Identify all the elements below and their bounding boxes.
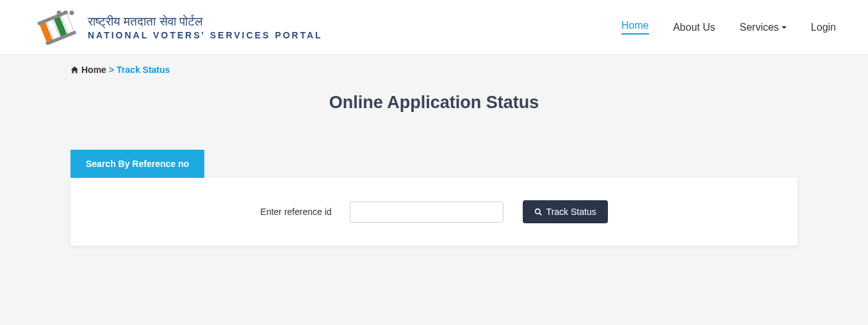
logo-english-text: NATIONAL VOTERS' SERVICES PORTAL — [88, 30, 323, 40]
form-row: Enter reference id Track Status — [90, 200, 778, 223]
track-status-button[interactable]: Track Status — [523, 200, 608, 223]
nav-services-label: Services — [739, 22, 778, 33]
nav-about[interactable]: About Us — [673, 22, 716, 33]
chevron-down-icon — [782, 26, 787, 29]
nav-login[interactable]: Login — [811, 22, 836, 33]
home-icon — [70, 66, 79, 74]
tabs: Search By Reference no Enter reference i… — [70, 150, 798, 246]
svg-line-10 — [539, 213, 541, 215]
track-status-button-label: Track Status — [546, 207, 596, 217]
logo-text: राष्ट्रीय मतदाता सेवा पोर्टल NATIONAL VO… — [88, 15, 323, 40]
search-icon — [534, 208, 543, 216]
reference-id-label: Enter reference id — [260, 207, 331, 217]
svg-point-9 — [535, 209, 539, 213]
eci-logo-icon — [32, 10, 80, 45]
reference-id-input[interactable] — [350, 202, 504, 223]
content: Home > Track Status Online Application S… — [0, 55, 868, 246]
main-nav: Home About Us Services Login — [621, 20, 836, 35]
page-title: Online Application Status — [70, 93, 798, 113]
breadcrumb-separator: > — [109, 65, 114, 75]
breadcrumb-home-label: Home — [81, 65, 106, 75]
svg-point-2 — [70, 11, 74, 15]
search-panel: Enter reference id Track Status — [70, 178, 798, 246]
nav-services[interactable]: Services — [739, 22, 786, 33]
logo-section: राष्ट्रीय मतदाता सेवा पोर्टल NATIONAL VO… — [32, 10, 323, 45]
header: राष्ट्रीय मतदाता सेवा पोर्टल NATIONAL VO… — [0, 0, 868, 55]
breadcrumb-home[interactable]: Home — [70, 65, 106, 75]
nav-home[interactable]: Home — [621, 20, 649, 35]
breadcrumb-current: Track Status — [117, 65, 170, 75]
logo-hindi-text: राष्ट्रीय मतदाता सेवा पोर्टल — [88, 15, 323, 29]
breadcrumb: Home > Track Status — [70, 65, 798, 75]
tab-search-by-reference[interactable]: Search By Reference no — [70, 150, 204, 178]
